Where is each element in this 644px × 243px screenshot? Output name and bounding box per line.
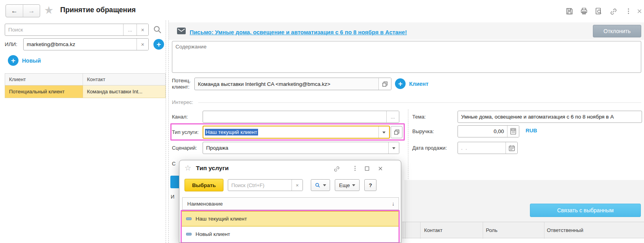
potential-client-label: Потенц. клиент: [172, 78, 195, 90]
channel-label: Канал: [172, 114, 188, 120]
scenario-input[interactable] [203, 142, 388, 154]
dialog-search-input[interactable] [228, 180, 292, 191]
clients-table-header: Клиент Контакт [5, 73, 166, 85]
save-icon[interactable] [565, 7, 574, 15]
dialog-close-icon[interactable] [377, 165, 384, 172]
back-button[interactable]: ← [6, 5, 23, 17]
dialog-search-mode-button[interactable] [311, 179, 330, 191]
dialog-more-menu-icon[interactable] [352, 165, 358, 172]
email-subject-link[interactable]: Письмо: Умные дома, освещение и автомати… [190, 29, 407, 35]
scenario-combo[interactable] [203, 142, 399, 154]
dialog-list-header[interactable]: Наименование ↓ [182, 197, 399, 210]
clients-col-contact[interactable]: Контакт [83, 74, 165, 85]
dialog-search-group: × [228, 179, 303, 191]
dialog-search-clear-button[interactable]: × [292, 180, 303, 191]
interest-group-line [198, 102, 641, 103]
open-in-window-icon [394, 129, 400, 135]
link-with-selected-button[interactable]: Связать с выбранным [530, 204, 641, 217]
print-icon[interactable] [580, 7, 588, 15]
potential-client-input[interactable] [195, 78, 378, 90]
dialog-favorite-star-icon[interactable]: ☆ [185, 163, 191, 173]
page-title: Принятие обращения [60, 6, 136, 14]
service-type-dropdown-button[interactable] [378, 126, 389, 138]
dialog-col-name[interactable]: Наименование [187, 201, 223, 207]
preview-icon[interactable] [594, 7, 603, 15]
revenue-calculator-button[interactable] [507, 126, 519, 137]
currency-link[interactable]: RUB [526, 128, 537, 134]
new-client-link[interactable]: Новый [22, 58, 41, 64]
sale-date-field-group [458, 142, 518, 154]
add-client-plus-icon[interactable]: + [395, 78, 406, 89]
theme-label: Тема: [412, 114, 426, 120]
or-field-group: × [23, 38, 149, 50]
create-client-link[interactable]: Клиент [409, 81, 428, 87]
decline-button[interactable]: Отклонить [593, 25, 641, 37]
contact-cell[interactable]: Команда выставки Int... [83, 85, 165, 98]
service-type-dialog: ☆ Тип услуги Выбрать × Еще ? Наименов [179, 160, 401, 243]
add-or-condition-button[interactable]: + [153, 39, 164, 50]
list-item-label: Наш текущий клиент [196, 216, 247, 222]
search-input[interactable] [5, 24, 123, 35]
search-icon [315, 182, 321, 188]
chevron-down-icon [352, 184, 355, 188]
revenue-field-group [458, 125, 519, 137]
contacts-col-responsible[interactable]: Ответственный [547, 227, 583, 233]
revenue-input[interactable] [458, 126, 507, 137]
scenario-dropdown-button[interactable] [388, 142, 399, 154]
dialog-more-button[interactable]: Еще [335, 179, 360, 191]
or-clear-button[interactable]: × [137, 39, 148, 50]
search-more-button[interactable]: ... [123, 24, 137, 35]
channel-field-group: ... [203, 111, 399, 123]
hidden-section-label-partial: И [171, 194, 174, 200]
client-cell[interactable]: Потенциальный клиент [5, 85, 83, 98]
dialog-help-button[interactable]: ? [364, 179, 376, 191]
theme-field-group [458, 111, 642, 123]
channel-input[interactable] [203, 111, 386, 122]
hidden-field-label-partial: С [172, 161, 175, 167]
list-item-selected[interactable]: Наш текущий клиент [182, 211, 399, 226]
app-window: ← → ★ Принятие обращения ... × ИЛИ: × + … [0, 0, 644, 243]
or-email-input[interactable] [24, 39, 137, 50]
calculator-icon [510, 128, 516, 135]
theme-input[interactable] [458, 111, 642, 122]
sale-date-input[interactable] [458, 142, 506, 154]
open-in-window-icon [382, 81, 388, 87]
get-link-icon[interactable] [609, 7, 618, 16]
dialog-title: Тип услуги [196, 165, 229, 172]
channel-more-button[interactable]: ... [386, 111, 399, 122]
dialog-select-button[interactable]: Выбрать [185, 179, 223, 191]
clients-table-row[interactable]: Потенциальный клиент Команда выставки In… [5, 85, 166, 98]
close-icon[interactable] [636, 8, 643, 15]
search-icon[interactable] [153, 25, 162, 35]
new-client-plus-icon[interactable]: + [8, 55, 18, 66]
dialog-maximize-icon[interactable] [364, 165, 370, 172]
more-menu-icon[interactable] [625, 7, 632, 15]
potential-client-open-button[interactable] [378, 78, 391, 90]
content-textarea[interactable] [172, 41, 641, 73]
clients-col-client[interactable]: Клиент [5, 74, 83, 85]
favorite-star-icon[interactable]: ★ [44, 4, 54, 17]
forward-button[interactable]: → [23, 5, 40, 17]
contacts-col-role[interactable]: Роль [486, 227, 497, 233]
dialog-list: Наш текущий клиент Новый клиент [182, 211, 399, 241]
list-item[interactable]: Новый клиент [182, 226, 399, 241]
nav-history-group: ← → [6, 4, 40, 17]
dialog-get-link-icon[interactable] [333, 165, 340, 173]
sort-descending-icon[interactable]: ↓ [392, 200, 395, 207]
service-type-open-button[interactable] [391, 126, 402, 138]
panel-splitter[interactable] [166, 20, 169, 243]
search-field-group: ... × [5, 24, 149, 36]
chevron-down-icon [382, 132, 386, 135]
sale-date-calendar-button[interactable] [506, 142, 517, 154]
back-arrow-icon: ← [11, 7, 18, 15]
contacts-table-header: Контакт Роль Ответственный [402, 222, 644, 238]
service-type-label: Тип услуги: [172, 129, 199, 135]
forward-arrow-icon: → [28, 7, 35, 15]
service-type-combo[interactable]: Наш текущий клиент [203, 126, 390, 139]
contacts-col-contact[interactable]: Контакт [424, 227, 443, 233]
scenario-label: Сценарий: [172, 145, 197, 151]
chevron-down-icon [323, 184, 326, 188]
potential-client-field-group [194, 78, 391, 90]
list-item-label: Новый клиент [196, 231, 230, 237]
search-clear-button[interactable]: × [137, 24, 148, 35]
